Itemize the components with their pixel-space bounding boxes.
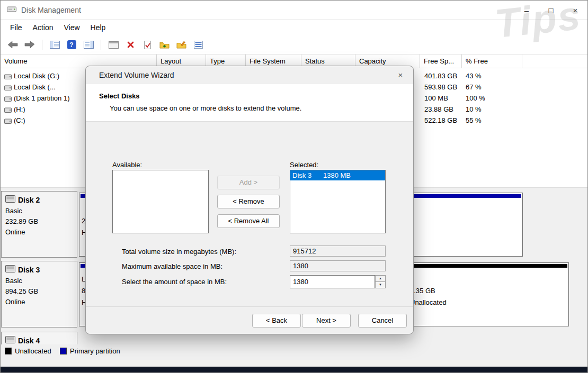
volume-free-space: 401.83 GB: [424, 72, 457, 80]
selected-listbox[interactable]: Disk 3 1380 MB: [290, 170, 386, 233]
action-pane-icon[interactable]: [82, 38, 95, 52]
selected-disk-name: Disk 3: [290, 171, 323, 179]
cancel-button[interactable]: Cancel: [358, 314, 407, 327]
disk2-label[interactable]: Disk 2 Basic 232.89 GB Online: [1, 191, 77, 258]
next-button[interactable]: Next >: [302, 314, 351, 327]
volume-free-space: 100 MB: [424, 94, 448, 102]
field-list-icon[interactable]: [191, 38, 205, 52]
remove-all-button[interactable]: < Remove All: [217, 214, 280, 228]
help-icon[interactable]: ?: [65, 38, 78, 52]
selected-label: Selected:: [290, 161, 318, 169]
disk-type: Basic: [5, 276, 77, 286]
remove-button[interactable]: < Remove: [217, 195, 280, 208]
legend-primary-partition: Primary partition: [60, 347, 120, 355]
disk-name: Disk 2: [18, 195, 40, 205]
console-window-icon[interactable]: [106, 38, 120, 52]
amount-input[interactable]: [290, 275, 375, 288]
legend-bar: Unallocated Primary partition: [1, 344, 587, 367]
disk-size: 894.25 GB: [5, 286, 77, 297]
spinner-down-icon[interactable]: ▼: [375, 281, 386, 288]
total-size-label: Total volume size in megabytes (MB):: [122, 248, 236, 256]
window-controls: – □ ×: [514, 1, 587, 20]
drive-icon: [4, 72, 12, 82]
column-percent-free[interactable]: % Free: [462, 54, 522, 68]
disk-type: Basic: [5, 206, 77, 216]
back-icon[interactable]: [6, 38, 20, 52]
maximize-button[interactable]: □: [539, 1, 563, 20]
menu-view[interactable]: View: [58, 22, 85, 33]
disk-status: Online: [5, 227, 77, 238]
disk3-unallocated-block[interactable]: 1.35 GB Unallocated: [407, 262, 569, 326]
dialog-title: Extend Volume Wizard: [86, 66, 413, 84]
disk-size: 232.89 GB: [5, 216, 77, 227]
partition-text: 1.35 GB Unallocated: [410, 274, 447, 308]
toolbar: ?: [1, 35, 587, 54]
drive-icon: [4, 106, 12, 115]
total-size-value: 915712: [290, 245, 386, 257]
forward-icon[interactable]: [23, 38, 37, 52]
validate-document-icon[interactable]: [140, 38, 154, 52]
selected-disk-size: 1380 MB: [323, 171, 351, 179]
volume-free-space: 593.98 GB: [424, 83, 457, 91]
volume-percent-free: 43 %: [466, 72, 482, 80]
volume-name: (Disk 1 partition 1): [14, 94, 69, 102]
back-button[interactable]: < Back: [252, 314, 301, 327]
primary-partition-color-swatch: [60, 348, 67, 354]
window-title: Disk Management: [21, 6, 81, 14]
title-bar: Disk Management – □ ×: [1, 1, 587, 20]
menu-action[interactable]: Action: [28, 22, 59, 33]
unallocated-bar: [409, 264, 567, 268]
volume-name: (C:): [14, 116, 25, 124]
amount-label: Select the amount of space in MB:: [122, 278, 227, 286]
menu-file[interactable]: File: [5, 22, 28, 33]
delete-volume-icon[interactable]: [123, 38, 137, 52]
folder-edit-icon[interactable]: [174, 38, 188, 52]
disk-management-app-icon: [7, 5, 16, 15]
console-tree-icon[interactable]: [48, 38, 61, 52]
dialog-close-icon[interactable]: ×: [395, 70, 406, 80]
folder-up-icon[interactable]: [157, 38, 171, 52]
dialog-footer: < Back Next > Cancel: [86, 306, 413, 334]
available-label: Available:: [112, 161, 142, 169]
volume-percent-free: 55 %: [466, 116, 482, 124]
dialog-header: Select Disks You can use space on one or…: [86, 84, 413, 122]
selected-disk-item[interactable]: Disk 3 1380 MB: [290, 170, 385, 180]
unallocated-color-swatch: [5, 348, 12, 354]
toolbar-separator: [42, 40, 42, 50]
legend-label: Primary partition: [70, 347, 120, 355]
volume-name: Local Disk (G:): [14, 72, 59, 80]
legend-unallocated: Unallocated: [5, 347, 51, 355]
dialog-heading: Select Disks: [99, 92, 140, 100]
volume-free-space: 23.88 GB: [424, 105, 453, 113]
drive-icon: [4, 117, 12, 126]
volume-percent-free: 100 %: [466, 94, 485, 102]
disk-icon: [5, 195, 15, 205]
disk-name: Disk 3: [18, 265, 40, 275]
menu-bar: File Action View Help: [1, 20, 587, 35]
disk-status: Online: [5, 297, 77, 307]
volume-free-space: 522.18 GB: [424, 116, 457, 124]
extend-volume-wizard-dialog: Extend Volume Wizard × Select Disks You …: [85, 66, 414, 334]
volume-percent-free: 67 %: [466, 83, 482, 91]
disk3-label[interactable]: Disk 3 Basic 894.25 GB Online: [1, 261, 77, 327]
drive-icon: [4, 95, 12, 104]
volume-percent-free: 10 %: [466, 105, 482, 113]
max-space-value: 1380: [290, 260, 386, 271]
drive-icon: [4, 84, 12, 93]
column-free-space[interactable]: Free Sp...: [420, 54, 462, 68]
dialog-description: You can use space on one or more disks t…: [110, 104, 301, 112]
disk-management-window: Disk Management – □ × Tips File Action V…: [0, 0, 588, 373]
close-button[interactable]: ×: [563, 1, 587, 20]
volume-name: Local Disk (...: [14, 83, 56, 91]
legend-label: Unallocated: [15, 347, 51, 355]
minimize-button[interactable]: –: [514, 1, 539, 20]
bottom-edge-strip: [1, 367, 587, 373]
add-button[interactable]: Add >: [217, 176, 280, 189]
toolbar-separator: [101, 40, 101, 50]
volume-name: (H:): [14, 105, 25, 113]
menu-help[interactable]: Help: [85, 22, 111, 33]
available-listbox[interactable]: [112, 170, 209, 233]
disk-icon: [5, 265, 15, 275]
max-space-label: Maximum available space in MB:: [122, 262, 222, 270]
